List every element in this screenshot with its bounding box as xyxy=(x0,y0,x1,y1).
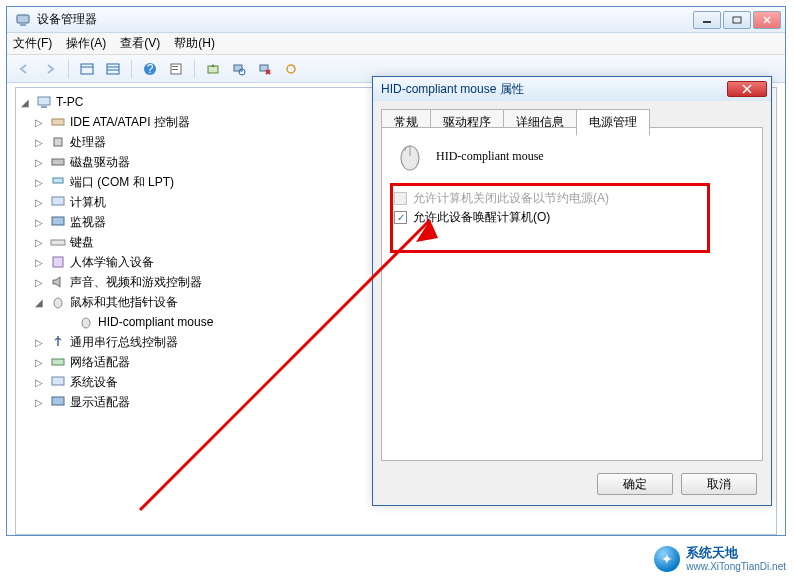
titlebar: 设备管理器 xyxy=(7,7,785,33)
monitor-icon xyxy=(50,214,66,230)
svg-rect-35 xyxy=(52,377,64,385)
svg-rect-31 xyxy=(53,257,63,267)
svg-point-33 xyxy=(82,318,90,328)
svg-rect-30 xyxy=(51,240,65,245)
checkbox-label: 允许此设备唤醒计算机(O) xyxy=(413,209,550,226)
details-button[interactable] xyxy=(102,58,124,80)
watermark-icon: ✦ xyxy=(654,546,680,572)
disk-icon xyxy=(50,154,66,170)
port-icon xyxy=(50,174,66,190)
svg-rect-16 xyxy=(208,66,218,73)
computer-icon xyxy=(50,194,66,210)
mouse-large-icon xyxy=(394,140,426,172)
cpu-icon xyxy=(50,134,66,150)
mouse-icon xyxy=(78,314,94,330)
controller-icon xyxy=(50,114,66,130)
svg-rect-25 xyxy=(54,138,62,146)
forward-button[interactable] xyxy=(39,58,61,80)
window-buttons xyxy=(693,11,781,29)
svg-rect-1 xyxy=(20,24,26,26)
device-header: HID-compliant mouse xyxy=(394,140,750,172)
dialog-buttons: 确定 取消 xyxy=(597,473,757,495)
tab-panel-power: HID-compliant mouse 允许计算机关闭此设备以节约电源(A) 允… xyxy=(381,127,763,461)
system-icon xyxy=(50,374,66,390)
checkbox-allow-wake[interactable]: 允许此设备唤醒计算机(O) xyxy=(394,209,750,226)
svg-rect-27 xyxy=(53,178,63,183)
hid-icon xyxy=(50,254,66,270)
watermark-url: www.XiTongTianDi.net xyxy=(686,561,786,572)
scan-button[interactable] xyxy=(228,58,250,80)
menubar: 文件(F) 操作(A) 查看(V) 帮助(H) xyxy=(7,33,785,55)
svg-rect-22 xyxy=(38,97,50,105)
checkbox-icon xyxy=(394,192,407,205)
window-title: 设备管理器 xyxy=(37,11,693,28)
checkbox-icon[interactable] xyxy=(394,211,407,224)
toolbar-separator xyxy=(68,60,69,78)
tree-label: T-PC xyxy=(56,95,83,109)
dialog-titlebar: HID-compliant mouse 属性 xyxy=(373,77,771,101)
properties-button[interactable] xyxy=(165,58,187,80)
display-icon xyxy=(50,394,66,410)
view-button[interactable] xyxy=(76,58,98,80)
audio-icon xyxy=(50,274,66,290)
tab-power[interactable]: 电源管理 xyxy=(576,109,650,136)
minimize-button[interactable] xyxy=(693,11,721,29)
back-button[interactable] xyxy=(13,58,35,80)
svg-rect-36 xyxy=(52,397,64,405)
uninstall-button[interactable] xyxy=(254,58,276,80)
svg-rect-29 xyxy=(52,217,64,225)
watermark-title: 系统天地 xyxy=(686,546,786,560)
menu-file[interactable]: 文件(F) xyxy=(13,35,52,52)
device-name-label: HID-compliant mouse xyxy=(436,149,544,164)
watermark: ✦ 系统天地 www.XiTongTianDi.net xyxy=(654,546,786,572)
refresh-button[interactable] xyxy=(280,58,302,80)
mouse-icon xyxy=(50,294,66,310)
svg-rect-6 xyxy=(81,64,93,74)
toolbar-separator xyxy=(194,60,195,78)
checkbox-allow-off: 允许计算机关闭此设备以节约电源(A) xyxy=(394,190,750,207)
app-icon xyxy=(15,12,31,28)
svg-point-32 xyxy=(54,298,62,308)
network-icon xyxy=(50,354,66,370)
svg-rect-34 xyxy=(52,359,64,365)
menu-help[interactable]: 帮助(H) xyxy=(174,35,215,52)
cancel-button[interactable]: 取消 xyxy=(681,473,757,495)
svg-rect-23 xyxy=(41,106,47,108)
keyboard-icon xyxy=(50,234,66,250)
usb-icon xyxy=(50,334,66,350)
svg-rect-17 xyxy=(234,65,242,71)
close-button[interactable] xyxy=(753,11,781,29)
ok-button[interactable]: 确定 xyxy=(597,473,673,495)
menu-action[interactable]: 操作(A) xyxy=(66,35,106,52)
dialog-title: HID-compliant mouse 属性 xyxy=(381,81,727,98)
checkbox-label: 允许计算机关闭此设备以节约电源(A) xyxy=(413,190,609,207)
menu-view[interactable]: 查看(V) xyxy=(120,35,160,52)
svg-rect-14 xyxy=(172,66,178,67)
toolbar-separator xyxy=(131,60,132,78)
svg-text:?: ? xyxy=(147,62,154,76)
svg-rect-8 xyxy=(107,64,119,74)
svg-rect-24 xyxy=(52,119,64,125)
computer-icon xyxy=(36,94,52,110)
svg-rect-26 xyxy=(52,159,64,165)
update-driver-button[interactable] xyxy=(202,58,224,80)
svg-rect-3 xyxy=(733,17,741,23)
dialog-close-button[interactable] xyxy=(727,81,767,97)
help-button[interactable]: ? xyxy=(139,58,161,80)
svg-rect-15 xyxy=(172,69,178,70)
properties-dialog: HID-compliant mouse 属性 常规 驱动程序 详细信息 电源管理… xyxy=(372,76,772,506)
svg-rect-0 xyxy=(17,15,29,23)
maximize-button[interactable] xyxy=(723,11,751,29)
svg-rect-28 xyxy=(52,197,64,205)
